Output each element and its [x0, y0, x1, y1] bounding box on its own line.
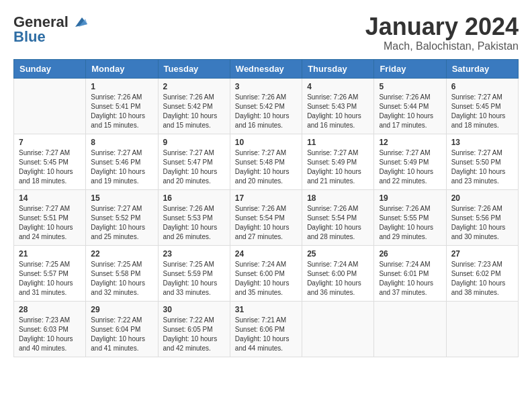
col-header-friday: Friday: [374, 59, 446, 78]
day-cell: 19 Sunrise: 7:26 AMSunset: 5:55 PMDaylig…: [374, 189, 446, 245]
day-number: 16: [163, 193, 225, 203]
day-number: 7: [19, 138, 81, 147]
day-cell: 8 Sunrise: 7:27 AMSunset: 5:46 PMDayligh…: [86, 134, 158, 189]
day-number: 10: [235, 138, 297, 147]
day-cell: 13 Sunrise: 7:27 AMSunset: 5:50 PMDaylig…: [446, 134, 518, 189]
day-cell: 25 Sunrise: 7:24 AMSunset: 6:00 PMDaylig…: [302, 245, 374, 301]
col-header-monday: Monday: [86, 59, 158, 78]
col-header-sunday: Sunday: [14, 59, 86, 78]
week-row-2: 7 Sunrise: 7:27 AMSunset: 5:45 PMDayligh…: [14, 134, 519, 189]
calendar-table: SundayMondayTuesdayWednesdayThursdayFrid…: [13, 59, 519, 357]
day-info: Sunrise: 7:27 AMSunset: 5:49 PMDaylight:…: [307, 148, 369, 186]
day-info: Sunrise: 7:25 AMSunset: 5:58 PMDaylight:…: [91, 260, 152, 298]
day-cell: [374, 301, 446, 357]
day-info: Sunrise: 7:24 AMSunset: 6:00 PMDaylight:…: [235, 260, 297, 298]
col-header-wednesday: Wednesday: [230, 59, 302, 78]
day-number: 22: [91, 249, 152, 259]
day-number: 11: [307, 138, 369, 147]
week-row-3: 14 Sunrise: 7:27 AMSunset: 5:51 PMDaylig…: [14, 189, 519, 245]
day-cell: 2 Sunrise: 7:26 AMSunset: 5:42 PMDayligh…: [158, 78, 230, 134]
day-info: Sunrise: 7:26 AMSunset: 5:54 PMDaylight:…: [307, 204, 369, 242]
day-info: Sunrise: 7:25 AMSunset: 5:57 PMDaylight:…: [19, 260, 81, 298]
day-number: 1: [91, 82, 152, 91]
day-info: Sunrise: 7:22 AMSunset: 6:04 PMDaylight:…: [91, 316, 152, 353]
day-info: Sunrise: 7:26 AMSunset: 5:43 PMDaylight:…: [307, 93, 369, 130]
day-number: 14: [19, 193, 81, 203]
day-number: 5: [379, 82, 441, 91]
day-info: Sunrise: 7:26 AMSunset: 5:56 PMDaylight:…: [451, 204, 513, 242]
day-info: Sunrise: 7:26 AMSunset: 5:44 PMDaylight:…: [379, 93, 441, 130]
day-cell: 6 Sunrise: 7:27 AMSunset: 5:45 PMDayligh…: [446, 78, 518, 134]
day-cell: 20 Sunrise: 7:26 AMSunset: 5:56 PMDaylig…: [446, 189, 518, 245]
day-cell: 18 Sunrise: 7:26 AMSunset: 5:54 PMDaylig…: [302, 189, 374, 245]
day-info: Sunrise: 7:26 AMSunset: 5:41 PMDaylight:…: [91, 93, 152, 130]
logo: General Blue: [13, 13, 89, 46]
subtitle: Mach, Balochistan, Pakistan: [365, 40, 519, 52]
day-info: Sunrise: 7:27 AMSunset: 5:49 PMDaylight:…: [379, 148, 441, 186]
day-cell: 7 Sunrise: 7:27 AMSunset: 5:45 PMDayligh…: [14, 134, 86, 189]
day-number: 13: [451, 138, 513, 147]
day-number: 9: [163, 138, 225, 147]
day-info: Sunrise: 7:27 AMSunset: 5:50 PMDaylight:…: [451, 148, 513, 186]
col-header-saturday: Saturday: [446, 59, 518, 78]
day-number: 17: [235, 193, 297, 203]
day-cell: [302, 301, 374, 357]
day-cell: 23 Sunrise: 7:25 AMSunset: 5:59 PMDaylig…: [158, 245, 230, 301]
header: General Blue January 2024 Mach, Balochis…: [13, 13, 519, 52]
day-number: 28: [19, 305, 81, 314]
day-cell: 11 Sunrise: 7:27 AMSunset: 5:49 PMDaylig…: [302, 134, 374, 189]
day-number: 4: [307, 82, 369, 91]
day-info: Sunrise: 7:27 AMSunset: 5:48 PMDaylight:…: [235, 148, 297, 186]
day-info: Sunrise: 7:22 AMSunset: 6:05 PMDaylight:…: [163, 316, 225, 353]
day-info: Sunrise: 7:27 AMSunset: 5:45 PMDaylight:…: [19, 148, 81, 186]
day-cell: 3 Sunrise: 7:26 AMSunset: 5:42 PMDayligh…: [230, 78, 302, 134]
day-info: Sunrise: 7:24 AMSunset: 6:01 PMDaylight:…: [379, 260, 441, 298]
main-title: January 2024: [365, 13, 519, 40]
day-cell: 31 Sunrise: 7:21 AMSunset: 6:06 PMDaylig…: [230, 301, 302, 357]
day-number: 30: [163, 305, 225, 314]
day-number: 21: [19, 249, 81, 259]
week-row-4: 21 Sunrise: 7:25 AMSunset: 5:57 PMDaylig…: [14, 245, 519, 301]
header-row: SundayMondayTuesdayWednesdayThursdayFrid…: [14, 59, 519, 78]
week-row-5: 28 Sunrise: 7:23 AMSunset: 6:03 PMDaylig…: [14, 301, 519, 357]
day-cell: 24 Sunrise: 7:24 AMSunset: 6:00 PMDaylig…: [230, 245, 302, 301]
day-cell: 1 Sunrise: 7:26 AMSunset: 5:41 PMDayligh…: [86, 78, 158, 134]
day-number: 15: [91, 193, 152, 203]
day-number: 2: [163, 82, 225, 91]
day-info: Sunrise: 7:26 AMSunset: 5:53 PMDaylight:…: [163, 204, 225, 242]
day-cell: 27 Sunrise: 7:23 AMSunset: 6:02 PMDaylig…: [446, 245, 518, 301]
day-number: 29: [91, 305, 152, 314]
day-number: 19: [379, 193, 441, 203]
day-info: Sunrise: 7:27 AMSunset: 5:51 PMDaylight:…: [19, 204, 81, 242]
logo-icon: [69, 15, 89, 30]
day-number: 3: [235, 82, 297, 91]
day-cell: 22 Sunrise: 7:25 AMSunset: 5:58 PMDaylig…: [86, 245, 158, 301]
day-cell: 30 Sunrise: 7:22 AMSunset: 6:05 PMDaylig…: [158, 301, 230, 357]
day-cell: 10 Sunrise: 7:27 AMSunset: 5:48 PMDaylig…: [230, 134, 302, 189]
day-cell: [446, 301, 518, 357]
day-info: Sunrise: 7:26 AMSunset: 5:55 PMDaylight:…: [379, 204, 441, 242]
day-cell: [14, 78, 86, 134]
day-cell: 12 Sunrise: 7:27 AMSunset: 5:49 PMDaylig…: [374, 134, 446, 189]
day-cell: 17 Sunrise: 7:26 AMSunset: 5:54 PMDaylig…: [230, 189, 302, 245]
day-number: 26: [379, 249, 441, 259]
day-info: Sunrise: 7:27 AMSunset: 5:45 PMDaylight:…: [451, 93, 513, 130]
day-cell: 9 Sunrise: 7:27 AMSunset: 5:47 PMDayligh…: [158, 134, 230, 189]
day-cell: 28 Sunrise: 7:23 AMSunset: 6:03 PMDaylig…: [14, 301, 86, 357]
day-number: 25: [307, 249, 369, 259]
day-cell: 15 Sunrise: 7:27 AMSunset: 5:52 PMDaylig…: [86, 189, 158, 245]
day-info: Sunrise: 7:26 AMSunset: 5:54 PMDaylight:…: [235, 204, 297, 242]
day-cell: 5 Sunrise: 7:26 AMSunset: 5:44 PMDayligh…: [374, 78, 446, 134]
day-cell: 21 Sunrise: 7:25 AMSunset: 5:57 PMDaylig…: [14, 245, 86, 301]
day-number: 20: [451, 193, 513, 203]
col-header-tuesday: Tuesday: [158, 59, 230, 78]
day-info: Sunrise: 7:25 AMSunset: 5:59 PMDaylight:…: [163, 260, 225, 298]
day-info: Sunrise: 7:27 AMSunset: 5:52 PMDaylight:…: [91, 204, 152, 242]
day-cell: 4 Sunrise: 7:26 AMSunset: 5:43 PMDayligh…: [302, 78, 374, 134]
logo-blue: Blue: [13, 28, 46, 46]
day-info: Sunrise: 7:24 AMSunset: 6:00 PMDaylight:…: [307, 260, 369, 298]
day-number: 8: [91, 138, 152, 147]
day-cell: 16 Sunrise: 7:26 AMSunset: 5:53 PMDaylig…: [158, 189, 230, 245]
day-info: Sunrise: 7:26 AMSunset: 5:42 PMDaylight:…: [235, 93, 297, 130]
day-cell: 14 Sunrise: 7:27 AMSunset: 5:51 PMDaylig…: [14, 189, 86, 245]
